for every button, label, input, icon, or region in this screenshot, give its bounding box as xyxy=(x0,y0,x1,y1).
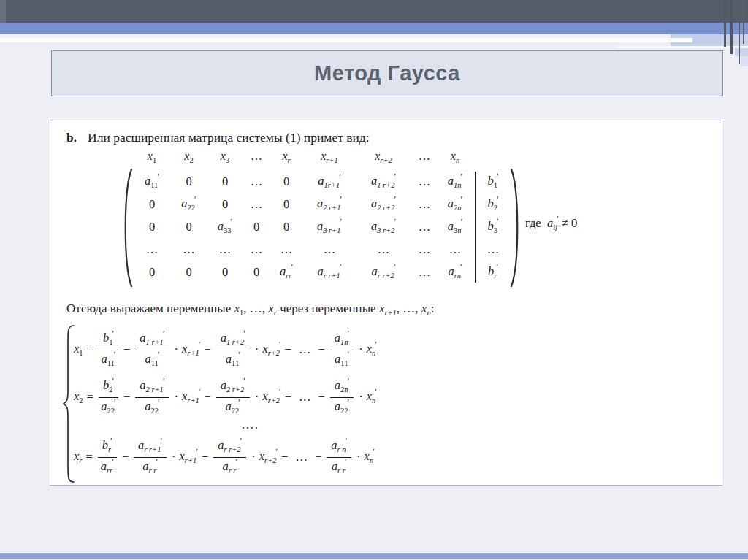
math-var: x2 xyxy=(74,389,83,404)
prime-mark: ′ xyxy=(375,340,377,350)
math-symbol: … xyxy=(419,242,431,256)
prime-mark: ′ xyxy=(243,376,245,386)
math-symbol: a xyxy=(101,352,107,366)
operator: · xyxy=(359,342,363,357)
operator: − xyxy=(204,390,210,404)
prime-mark: ′ xyxy=(373,447,375,457)
operator: · xyxy=(251,450,256,464)
math-symbol: … xyxy=(487,242,500,257)
math-var: xn′ xyxy=(367,342,377,357)
prime-mark: ′ xyxy=(163,376,165,386)
top-bar-notch xyxy=(0,0,6,23)
text-run: , …, xyxy=(243,302,268,315)
matrix-row: a11′00…0a1r+1′a1 r+2′…a1n′ xyxy=(134,170,472,193)
math-var: xr+2′ xyxy=(259,449,278,464)
math-var: b2′ xyxy=(103,378,114,392)
math-symbol: x xyxy=(148,150,153,162)
matrix-cell: a2 r+2′ xyxy=(356,196,411,212)
prime-mark: ′ xyxy=(110,436,112,446)
math-symbol: 1 r+1 xyxy=(146,338,164,346)
operator: − xyxy=(204,342,210,357)
math-symbol: 3 r+1 xyxy=(323,226,340,234)
math-symbol: 2 r+2 xyxy=(226,386,244,394)
math-symbol: a xyxy=(317,264,323,278)
math-var: xr+1′ xyxy=(182,389,200,404)
math-symbol: a xyxy=(140,378,145,392)
prime-mark: ′ xyxy=(496,262,498,272)
math-symbol: a xyxy=(335,331,340,345)
math-var: a2 r+1′ xyxy=(140,378,164,392)
math-symbol: b xyxy=(487,196,493,210)
math-symbol: 11 xyxy=(340,360,348,368)
math-symbol: b xyxy=(103,378,109,392)
math-symbol: r+2 xyxy=(380,156,392,164)
math-symbol: 33 xyxy=(224,226,232,234)
math-symbol: r+1 xyxy=(187,396,199,404)
matrix-col-header: … xyxy=(411,150,438,164)
math-symbol: … xyxy=(419,220,431,234)
fraction: ar r+2′ar r′ xyxy=(213,436,246,478)
matrix-body: a11′00…0a1r+1′a1 r+2′…a1n′0a22′0…0a2 r+1… xyxy=(134,170,472,283)
matrix-cell: a3 r+2′ xyxy=(356,219,411,234)
math-symbol: r n xyxy=(337,445,346,453)
corner-vertical-stripe xyxy=(739,0,740,64)
prime-mark: ′ xyxy=(461,194,463,204)
prime-mark: ′ xyxy=(461,172,463,182)
math-symbol: x xyxy=(367,389,372,403)
math-var: a11′ xyxy=(101,352,115,366)
augmented-cell: … xyxy=(478,238,508,261)
math-var: ar r+1′ xyxy=(317,264,341,278)
matrix-augmented-column: b1′b2′b3′…br′ xyxy=(478,170,508,283)
text-run: , …, xyxy=(397,302,421,315)
matrix-cell: a22′ xyxy=(170,196,207,212)
matrix-col-header: xn xyxy=(438,150,472,164)
operator: − xyxy=(281,450,288,464)
math-var: ar r′ xyxy=(332,459,347,473)
math-symbol: a xyxy=(317,196,323,210)
prime-mark: ′ xyxy=(340,262,342,272)
math-symbol: 0 xyxy=(283,174,289,188)
prime-mark: ′ xyxy=(348,376,350,386)
matrix-cell: a1r+1′ xyxy=(302,174,356,189)
math-var: b3′ xyxy=(487,219,498,234)
denominator: a22′ xyxy=(335,398,349,418)
operator: … xyxy=(295,450,308,464)
augmented-cell: br′ xyxy=(478,261,508,283)
math-symbol: 1 xyxy=(494,181,497,189)
prime-mark: ′ xyxy=(163,329,165,339)
transition-sentence: Отсюда выражаем переменные x1, …, xr чер… xyxy=(66,302,434,317)
matrix-cell: … xyxy=(356,242,411,257)
math-var: br′ xyxy=(102,438,112,452)
math-symbol: n xyxy=(370,456,373,464)
prime-mark: ′ xyxy=(112,376,114,386)
matrix-cell: … xyxy=(411,174,438,189)
slide-canvas: Метод Гаусса b.Или расширенная матрица с… xyxy=(0,0,748,560)
math-var: a1n′ xyxy=(448,174,462,188)
matrix-cell: … xyxy=(270,242,302,257)
operator: · xyxy=(172,450,176,464)
matrix-cell: … xyxy=(243,197,270,212)
math-symbol: a xyxy=(448,196,454,210)
matrix-row: ……………………… xyxy=(134,238,472,261)
matrix-cell: 0 xyxy=(270,174,302,189)
math-symbol: 0 xyxy=(186,265,191,279)
matrix-cell: … xyxy=(207,242,243,257)
prime-mark: ′ xyxy=(497,172,499,182)
math-symbol: 0 xyxy=(222,265,228,279)
prime-mark: ′ xyxy=(497,217,499,227)
math-var: xr+1 xyxy=(321,150,338,162)
matrix-cell: … xyxy=(170,242,207,257)
matrix-col-header: … xyxy=(243,150,270,164)
math-symbol: r r xyxy=(337,467,346,475)
matrix-cell: arn′ xyxy=(438,264,472,280)
prime-mark: ′ xyxy=(231,217,233,227)
operator: − xyxy=(123,342,130,357)
matrix-cell: 0 xyxy=(170,265,207,280)
corner-vertical-stripe xyxy=(724,0,726,47)
operator: … xyxy=(299,390,311,404)
denominator: a22′ xyxy=(101,398,115,418)
math-symbol: x xyxy=(367,342,372,356)
math-symbol: … xyxy=(378,242,390,256)
prime-mark: ′ xyxy=(339,172,341,182)
math-symbol: b xyxy=(487,174,493,188)
